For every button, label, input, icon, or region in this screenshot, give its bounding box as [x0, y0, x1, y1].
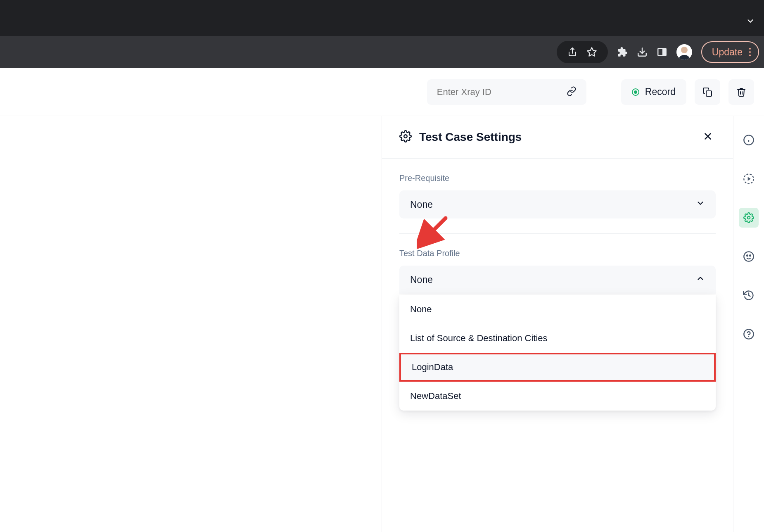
- panel-body: Pre-Requisite None Test Data Profile: [382, 159, 733, 309]
- prerequisite-select[interactable]: None: [399, 190, 716, 218]
- panel-icon[interactable]: [657, 47, 667, 57]
- browser-titlebar: [0, 0, 764, 36]
- panel-header: Test Case Settings: [382, 116, 733, 159]
- star-icon[interactable]: [586, 47, 597, 57]
- rail-settings-icon[interactable]: [739, 208, 759, 228]
- close-button[interactable]: [700, 128, 716, 146]
- extensions-icon[interactable]: [617, 47, 628, 57]
- update-button[interactable]: Update: [701, 41, 759, 63]
- svg-marker-16: [748, 177, 751, 180]
- profile-avatar[interactable]: [676, 44, 692, 60]
- update-label: Update: [712, 47, 743, 58]
- settings-panel: Test Case Settings Pre-Requisite None: [382, 116, 733, 532]
- rail-target-icon[interactable]: [739, 169, 759, 189]
- svg-point-17: [747, 216, 750, 219]
- svg-marker-1: [587, 48, 596, 56]
- svg-point-6: [681, 47, 688, 53]
- rail-history-icon[interactable]: [739, 285, 759, 305]
- option-logindata[interactable]: LoginData: [399, 353, 716, 382]
- divider: [399, 233, 716, 234]
- svg-point-19: [747, 255, 748, 256]
- test-data-profile-dropdown: None List of Source & Destination Cities…: [399, 295, 716, 411]
- option-cities[interactable]: List of Source & Destination Cities: [399, 324, 716, 353]
- svg-point-18: [744, 252, 753, 261]
- test-data-profile-value: None: [410, 274, 433, 285]
- option-none[interactable]: None: [399, 295, 716, 324]
- svg-point-8: [404, 135, 407, 138]
- more-icon: [749, 48, 751, 56]
- prerequisite-value: None: [410, 199, 433, 210]
- rail-user-icon[interactable]: [739, 247, 759, 266]
- main-canvas: [0, 116, 382, 532]
- app-header: Record: [0, 68, 764, 116]
- link-icon[interactable]: [567, 86, 577, 98]
- share-icon[interactable]: [567, 47, 577, 57]
- xray-id-input[interactable]: [437, 87, 567, 97]
- svg-point-20: [750, 255, 751, 256]
- test-data-profile-select[interactable]: None: [399, 266, 716, 294]
- svg-line-11: [427, 218, 446, 237]
- share-bookmark-pill: [557, 41, 608, 63]
- panel-title: Test Case Settings: [419, 131, 522, 144]
- copy-button[interactable]: [695, 79, 720, 105]
- rail-help-icon[interactable]: [739, 324, 759, 344]
- svg-rect-7: [706, 91, 712, 96]
- right-rail: [733, 116, 764, 532]
- record-indicator-icon: [632, 88, 639, 96]
- record-label: Record: [645, 86, 676, 97]
- app-body: Test Case Settings Pre-Requisite None: [0, 116, 764, 532]
- chevron-down-icon: [696, 199, 705, 210]
- chevron-up-icon: [696, 274, 705, 285]
- prerequisite-label: Pre-Requisite: [399, 173, 716, 183]
- test-data-profile-label: Test Data Profile: [399, 249, 716, 258]
- svg-rect-5: [663, 49, 666, 55]
- download-icon[interactable]: [637, 47, 648, 57]
- rail-info-icon[interactable]: [739, 130, 759, 150]
- delete-button[interactable]: [728, 79, 754, 105]
- record-button[interactable]: Record: [621, 79, 686, 105]
- option-newdataset[interactable]: NewDataSet: [399, 382, 716, 411]
- chevron-down-icon[interactable]: [746, 17, 755, 28]
- browser-toolbar: Update: [0, 36, 764, 68]
- xray-id-input-wrapper[interactable]: [427, 79, 586, 105]
- gear-icon: [399, 130, 412, 144]
